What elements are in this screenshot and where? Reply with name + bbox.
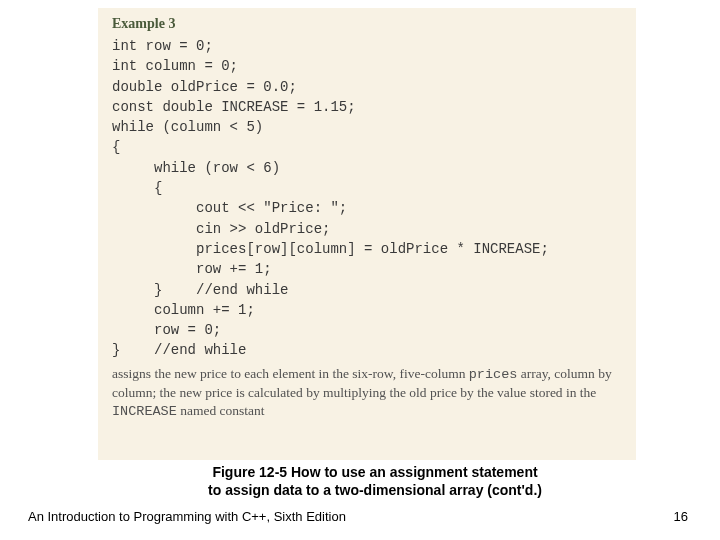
code-line: while (column < 5) (112, 117, 622, 137)
code-example-panel: Example 3 int row = 0; int column = 0; d… (98, 8, 636, 460)
code-line: cin >> oldPrice; (112, 219, 622, 239)
example-header: Example 3 (112, 16, 622, 32)
footer-book-title: An Introduction to Programming with C++,… (28, 509, 346, 524)
code-line: column += 1; (112, 300, 622, 320)
code-line: prices[row][column] = oldPrice * INCREAS… (112, 239, 622, 259)
code-description: assigns the new price to each element in… (112, 365, 622, 422)
code-line: int column = 0; (112, 56, 622, 76)
page-number: 16 (674, 509, 688, 524)
code-line: row += 1; (112, 259, 622, 279)
code-line: const double INCREASE = 1.15; (112, 97, 622, 117)
code-line: while (row < 6) (112, 158, 622, 178)
figure-caption: Figure 12-5 How to use an assignment sta… (145, 464, 605, 499)
code-line: row = 0; (112, 320, 622, 340)
code-line: int row = 0; (112, 36, 622, 56)
code-line: { (112, 178, 622, 198)
code-line: double oldPrice = 0.0; (112, 77, 622, 97)
code-line: { (112, 137, 622, 157)
code-line: } //end while (112, 280, 622, 300)
code-line: } //end while (112, 340, 622, 360)
code-line: cout << "Price: "; (112, 198, 622, 218)
